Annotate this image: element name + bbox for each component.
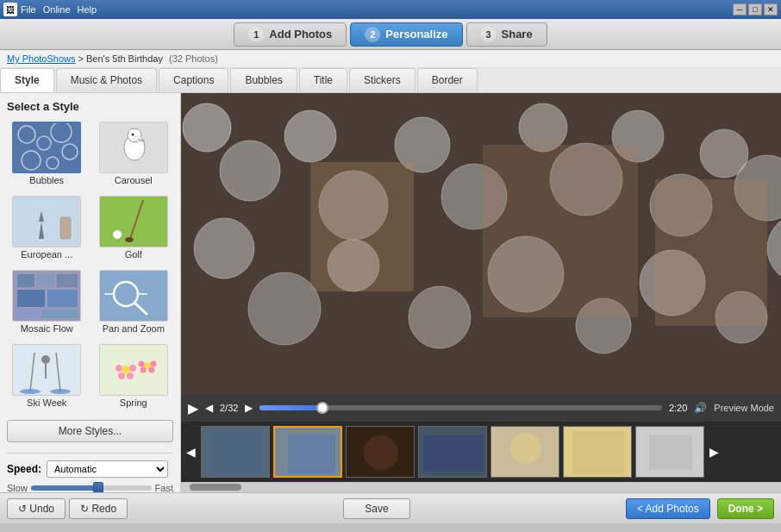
svg-point-51 bbox=[140, 367, 146, 373]
prev-frame-button[interactable]: ◀ bbox=[205, 402, 213, 414]
undo-button[interactable]: ↺ Undo bbox=[7, 498, 66, 519]
more-styles-button[interactable]: More Styles... bbox=[7, 420, 173, 442]
filmstrip-prev-arrow[interactable]: ◀ bbox=[184, 445, 197, 459]
film-thumb-4[interactable] bbox=[418, 426, 487, 478]
svg-rect-30 bbox=[100, 270, 167, 322]
svg-rect-28 bbox=[17, 310, 39, 318]
nav-add-photos-label: Add Photos bbox=[269, 28, 332, 41]
style-thumb-golf bbox=[99, 196, 168, 247]
save-button[interactable]: Save bbox=[343, 498, 409, 519]
style-item-mosaic-flow[interactable]: Mosaic Flow bbox=[7, 268, 87, 335]
style-thumb-ski-week bbox=[12, 344, 81, 396]
svg-point-40 bbox=[41, 355, 50, 364]
add-photos-button[interactable]: < Add Photos bbox=[626, 498, 710, 519]
film-thumb-2[interactable] bbox=[273, 426, 342, 478]
tab-style[interactable]: Style bbox=[0, 68, 54, 92]
style-item-european[interactable]: European ... bbox=[7, 194, 87, 261]
svg-point-20 bbox=[125, 237, 134, 242]
style-label-mosaic-flow: Mosaic Flow bbox=[21, 323, 73, 334]
redo-button[interactable]: ↻ Redo bbox=[69, 498, 128, 519]
nav-personalize[interactable]: 2 Personalize bbox=[350, 22, 462, 47]
left-panel: Select a Style Bubbles bbox=[0, 93, 181, 492]
style-item-ski-week[interactable]: Ski Week bbox=[7, 342, 87, 410]
nav-add-photos[interactable]: 1 Add Photos bbox=[234, 22, 347, 47]
maximize-button[interactable]: □ bbox=[748, 3, 762, 16]
undo-icon: ↺ bbox=[18, 503, 27, 515]
play-button[interactable]: ▶ bbox=[188, 400, 198, 416]
seek-handle[interactable] bbox=[316, 402, 328, 414]
style-label-european: European ... bbox=[21, 249, 72, 260]
svg-rect-79 bbox=[655, 179, 767, 326]
svg-rect-83 bbox=[288, 435, 335, 473]
style-item-golf[interactable]: Golf bbox=[94, 194, 174, 261]
menu-online[interactable]: Online bbox=[43, 4, 71, 15]
style-item-spring[interactable]: Spring bbox=[94, 342, 174, 410]
tab-border[interactable]: Border bbox=[417, 68, 478, 92]
film-thumb-3[interactable] bbox=[346, 426, 415, 478]
step-2-num: 2 bbox=[365, 27, 380, 42]
svg-point-68 bbox=[248, 272, 321, 345]
volume-icon[interactable]: 🔊 bbox=[694, 402, 707, 414]
film-thumb-1[interactable] bbox=[201, 426, 270, 478]
svg-point-57 bbox=[284, 110, 336, 162]
style-thumb-pan-zoom bbox=[99, 270, 168, 322]
svg-rect-81 bbox=[210, 431, 262, 474]
breadcrumb-separator: > bbox=[78, 53, 86, 64]
nav-personalize-label: Personalize bbox=[385, 28, 447, 41]
breadcrumb-current: Ben's 5th Birthday bbox=[86, 53, 163, 64]
svg-rect-87 bbox=[423, 435, 484, 472]
done-button[interactable]: Done > bbox=[717, 498, 774, 519]
filmstrip-scrollbar-thumb[interactable] bbox=[190, 484, 241, 491]
close-button[interactable]: ✕ bbox=[764, 3, 778, 16]
tab-captions[interactable]: Captions bbox=[159, 68, 228, 92]
film-thumb-5[interactable] bbox=[490, 426, 559, 478]
tab-title[interactable]: Title bbox=[299, 68, 347, 92]
svg-point-21 bbox=[113, 230, 122, 239]
speed-fast-label: Fast bbox=[155, 483, 173, 492]
breadcrumb-link[interactable]: My PhotoShows bbox=[7, 53, 75, 64]
style-item-pan-zoom[interactable]: Pan and Zoom bbox=[94, 268, 174, 335]
tab-music-photos[interactable]: Music & Photos bbox=[56, 68, 157, 92]
menu-help[interactable]: Help bbox=[78, 4, 97, 15]
filmstrip-scrollbar[interactable] bbox=[181, 482, 781, 492]
svg-point-85 bbox=[364, 435, 398, 470]
minimize-button[interactable]: ─ bbox=[733, 3, 747, 16]
top-nav: 1 Add Photos 2 Personalize 3 Share bbox=[0, 19, 781, 50]
speed-slider-track[interactable] bbox=[31, 485, 152, 491]
svg-point-61 bbox=[519, 103, 567, 152]
style-thumb-spring bbox=[99, 344, 168, 396]
speed-slider-thumb[interactable] bbox=[93, 482, 103, 492]
tab-bubbles[interactable]: Bubbles bbox=[230, 68, 297, 92]
svg-rect-17 bbox=[60, 217, 71, 239]
svg-point-49 bbox=[138, 361, 144, 367]
bottom-center-controls: Save bbox=[343, 498, 409, 519]
next-frame-button[interactable]: ▶ bbox=[245, 402, 253, 414]
svg-point-56 bbox=[220, 141, 280, 201]
speed-select[interactable]: Automatic Slow Fast bbox=[47, 460, 168, 478]
svg-point-50 bbox=[150, 361, 156, 367]
svg-point-67 bbox=[194, 218, 254, 279]
style-item-bubbles[interactable]: Bubbles bbox=[7, 120, 87, 187]
style-label-spring: Spring bbox=[120, 397, 147, 408]
speed-slow-label: Slow bbox=[7, 483, 28, 492]
redo-label: Redo bbox=[91, 503, 116, 515]
tab-stickers[interactable]: Stickers bbox=[349, 68, 415, 92]
nav-share[interactable]: 3 Share bbox=[466, 22, 547, 47]
video-controls: ▶ ◀ 2/32 ▶ 2:20 🔊 Preview Mode bbox=[181, 394, 781, 422]
style-thumb-mosaic-flow bbox=[12, 270, 81, 322]
frame-counter: 2/32 bbox=[220, 403, 238, 413]
style-grid: Bubbles Carousel bbox=[7, 120, 173, 410]
duration-display: 2:20 bbox=[669, 403, 687, 413]
svg-point-52 bbox=[148, 367, 154, 373]
svg-rect-23 bbox=[17, 274, 34, 287]
menu-file[interactable]: File bbox=[21, 4, 36, 15]
film-thumb-6[interactable] bbox=[563, 426, 632, 478]
tab-bar: Style Music & Photos Captions Bubbles Ti… bbox=[0, 68, 781, 93]
svg-rect-78 bbox=[483, 145, 638, 317]
seek-bar[interactable] bbox=[259, 405, 661, 410]
filmstrip-next-arrow[interactable]: ▶ bbox=[708, 445, 721, 459]
svg-point-70 bbox=[409, 286, 471, 348]
style-item-carousel[interactable]: Carousel bbox=[94, 120, 174, 187]
speed-label: Speed: bbox=[7, 463, 41, 475]
film-thumb-7[interactable] bbox=[635, 426, 704, 478]
